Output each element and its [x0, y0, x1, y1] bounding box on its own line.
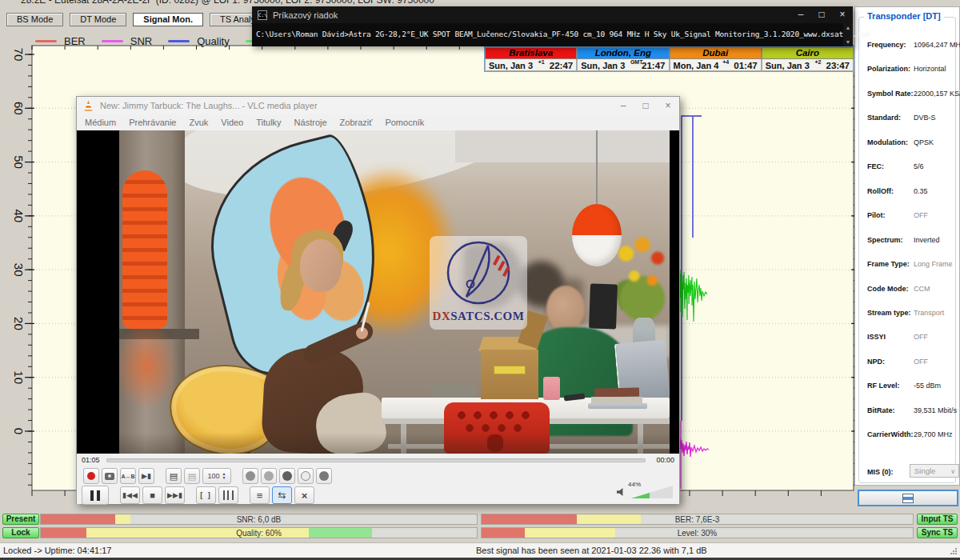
- toggle-circle-2[interactable]: [261, 468, 277, 484]
- subtitle-toggle-button[interactable]: ▤: [184, 468, 200, 484]
- transponder-row-label: Frame Type:: [867, 260, 910, 268]
- vlc-cone-icon: [83, 101, 94, 111]
- circle-icon: [301, 471, 310, 481]
- elapsed-time: 01:05: [82, 456, 100, 464]
- panel-action-button[interactable]: [858, 490, 958, 506]
- ab-loop-button[interactable]: A↔B: [120, 468, 136, 484]
- clock-city-london-eng: London, Eng: [577, 47, 669, 59]
- console-close-button[interactable]: ×: [832, 6, 853, 23]
- vlc-menu-video[interactable]: Video: [214, 118, 250, 127]
- transponder-row-value: Transport: [914, 309, 944, 317]
- vlc-menu-zvuk[interactable]: Zvuk: [182, 118, 214, 127]
- playlist-icon: ≡: [257, 490, 263, 502]
- pause-button[interactable]: [82, 486, 109, 505]
- mis-value: Single: [914, 466, 935, 475]
- transponder-row: Standard:DVB-S: [867, 114, 960, 125]
- console-scrollbar[interactable]: ▲ ▼: [843, 23, 853, 46]
- next-button[interactable]: ▶▶▮: [165, 486, 185, 504]
- vlc-menu-titulky[interactable]: Titulky: [250, 118, 287, 127]
- snapshot-button[interactable]: [102, 468, 118, 484]
- input-ts-indicator: Input TS: [917, 514, 958, 525]
- ber-bar: BER: 7,6E-3: [481, 514, 914, 525]
- stop-button[interactable]: ■: [142, 486, 162, 504]
- legend-swatch: [168, 40, 190, 42]
- fullscreen-icon: [ ]: [200, 491, 212, 499]
- console-minimize-button[interactable]: –: [790, 6, 811, 23]
- spinner-arrows-icon[interactable]: ▲▼: [222, 472, 226, 480]
- record-button[interactable]: [83, 468, 99, 484]
- svg-text:70: 70: [12, 48, 26, 62]
- vlc-close-button[interactable]: ×: [657, 97, 679, 114]
- legend-label: BER: [64, 35, 86, 47]
- svg-text:0: 0: [12, 428, 26, 434]
- fullscreen-button[interactable]: [ ]: [196, 486, 216, 504]
- tab-bs-mode[interactable]: BS Mode: [6, 13, 63, 26]
- pink-mug: [543, 377, 560, 400]
- vlc-menu-pomocnk[interactable]: Pomocník: [378, 118, 430, 127]
- legend-swatch: [35, 40, 57, 42]
- legend-item-ber: BER: [35, 35, 86, 47]
- toggle-circle-3[interactable]: [279, 468, 295, 484]
- scroll-up-icon[interactable]: ▲: [843, 25, 853, 30]
- toggle-circle-1[interactable]: [242, 468, 258, 484]
- shuffle-button[interactable]: ×: [294, 486, 314, 504]
- clock-date: Sun, Jan 3: [766, 61, 810, 70]
- resize-grip[interactable]: [949, 546, 958, 556]
- equalizer-icon: [223, 490, 234, 500]
- book: [591, 397, 642, 403]
- equalizer-button[interactable]: [218, 486, 238, 504]
- console-titlebar[interactable]: C:\ Príkazový riadok – □ ×: [252, 6, 853, 23]
- black-device: [589, 283, 618, 329]
- transponder-row-value: OFF: [914, 333, 928, 341]
- transponder-title: Transponder [DT]: [864, 11, 944, 21]
- vlc-menu-zobrazi[interactable]: Zobraziť: [334, 118, 379, 127]
- toggle-circle-4[interactable]: [298, 468, 314, 484]
- lock-indicator: Lock: [2, 527, 39, 538]
- transponder-row: FEC:5/6: [867, 162, 960, 174]
- box-label: [494, 366, 526, 374]
- previous-button[interactable]: ▮◀◀: [120, 486, 140, 504]
- speed-spinbox[interactable]: 100 ▲▼: [202, 468, 231, 484]
- transponder-row-label: Frequency:: [867, 41, 906, 49]
- loop-button[interactable]: ⇆: [272, 486, 292, 504]
- toggle-circle-5[interactable]: [316, 468, 332, 484]
- transponder-row-value: QPSK: [914, 138, 934, 146]
- tab-signal-mon-[interactable]: Signal Mon.: [133, 13, 203, 26]
- vlc-menu-nstroje[interactable]: Nástroje: [288, 118, 334, 127]
- clock-time-cell: Sun, Jan 3GMT21:47: [577, 59, 669, 71]
- subtitle-view-button[interactable]: ▤: [166, 468, 182, 484]
- frame-by-frame-button[interactable]: ▶▮: [138, 468, 154, 484]
- playlist-button[interactable]: ≡: [250, 486, 270, 504]
- cardboard-box: [481, 350, 538, 399]
- bar-text: SNR: 6,0 dB: [41, 515, 477, 524]
- speaker-icon: [617, 487, 626, 497]
- transponder-row-value: DVB-S: [914, 114, 936, 122]
- console-maximize-button[interactable]: □: [811, 6, 832, 23]
- scroll-down-icon[interactable]: ▼: [843, 39, 853, 45]
- transponder-row: Frame Type:Long Frame: [867, 260, 960, 271]
- quality-bar: Quality: 60%: [40, 527, 478, 538]
- vlc-menu-prehrvanie[interactable]: Prehrávanie: [122, 118, 182, 127]
- vlc-menu-mdium[interactable]: Médium: [78, 118, 122, 127]
- mis-dropdown[interactable]: Single ∨: [910, 464, 959, 478]
- lamp-glow: [119, 322, 178, 410]
- camera-icon: [105, 473, 114, 480]
- vlc-maximize-button[interactable]: □: [634, 97, 657, 114]
- transponder-row-value: 5/6: [914, 162, 924, 170]
- vlc-minimize-button[interactable]: –: [612, 97, 634, 114]
- tab-dt-mode[interactable]: DT Mode: [70, 13, 126, 26]
- window-stack-icon: [902, 494, 914, 503]
- legend-swatch: [102, 40, 123, 42]
- clock-timezone: +4: [722, 59, 729, 65]
- transponder-row: BitRate:39,531 Mbit/s: [867, 406, 960, 418]
- transponder-row-value: OFF: [914, 358, 928, 366]
- transponder-row: ISSYIOFF: [867, 333, 960, 344]
- clock-time-cell: Sun, Jan 3+122:47: [485, 59, 577, 71]
- transponder-row: Symbol Rate:22000,157 KS/s: [867, 90, 960, 101]
- sync-ts-indicator: Sync TS: [917, 527, 958, 538]
- clock-time-cell: Sun, Jan 3+223:47: [762, 59, 854, 71]
- clock-city-cairo: Cairo: [762, 47, 854, 59]
- vlc-titlebar[interactable]: New: Jimmy Tarbuck: The Laughs... - VLC …: [77, 97, 679, 114]
- circle-icon: [246, 471, 255, 481]
- seek-bar[interactable]: [106, 458, 646, 462]
